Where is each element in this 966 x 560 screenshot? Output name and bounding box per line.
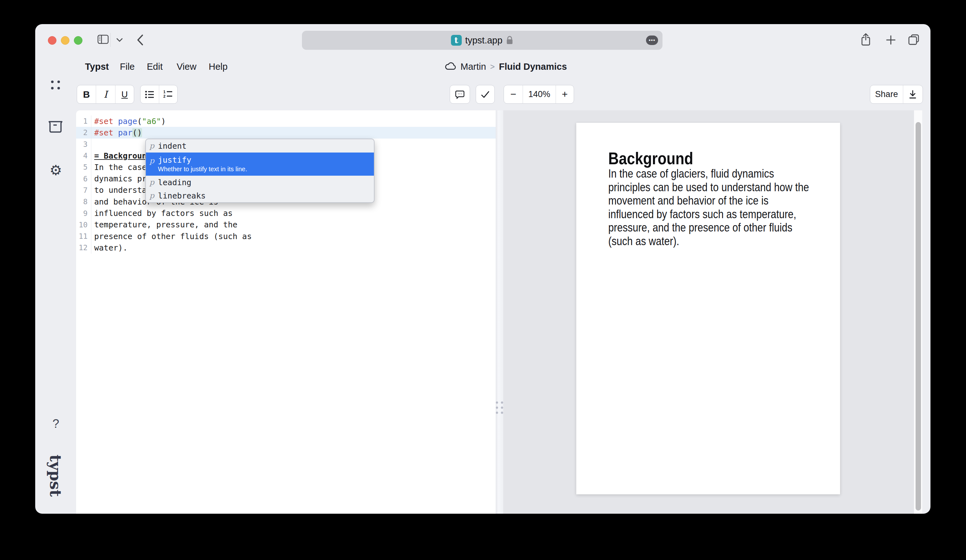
browser-window: t typst.app •••: [35, 24, 930, 514]
url-text: typst.app: [465, 35, 503, 46]
line-number: 4: [76, 150, 91, 161]
tab-overview-icon[interactable]: [908, 34, 920, 46]
zoom-out-button[interactable]: −: [504, 85, 522, 103]
autocomplete-item-linebreaks[interactable]: plinebreaks: [146, 189, 374, 202]
line-number: 6: [76, 173, 91, 184]
code-line-1[interactable]: 1#set page("a6"): [76, 115, 496, 127]
line-number: 11: [76, 230, 91, 242]
parameter-icon: p: [148, 141, 155, 150]
line-number: 8: [76, 196, 91, 207]
code-text: water).: [91, 243, 128, 253]
window-zoom-button[interactable]: [74, 36, 82, 45]
autocomplete-label: leading: [158, 178, 191, 187]
menu-typst[interactable]: Typst: [85, 54, 109, 79]
files-grid-icon[interactable]: [48, 77, 63, 93]
autocomplete-label: justify: [158, 155, 247, 164]
parameter-icon: p: [148, 178, 155, 187]
preview-pane: Background In the case of glaciers, flui…: [503, 110, 914, 514]
code-line-2[interactable]: 2#set par(): [76, 127, 496, 138]
menu-view[interactable]: View: [177, 54, 196, 79]
menu-file[interactable]: File: [120, 54, 135, 79]
text-style-group: B I U: [77, 85, 134, 104]
code-text: influenced by factors such as: [91, 209, 233, 218]
zoom-in-button[interactable]: +: [555, 85, 574, 103]
code-line-10[interactable]: 10temperature, pressure, and the: [76, 219, 496, 230]
check-icon: [480, 90, 490, 99]
preview-paragraph: In the case of glaciers, fluid dynamicsp…: [608, 167, 818, 248]
bullet-list-button[interactable]: [141, 85, 159, 103]
parameter-icon: p: [148, 155, 155, 165]
line-number: 5: [76, 161, 91, 173]
autocomplete-popup: pindentpjustifyWhether to justify text i…: [145, 139, 375, 203]
autocomplete-label: indent: [158, 141, 186, 151]
chevron-down-icon[interactable]: [116, 38, 123, 43]
numbered-list-button[interactable]: 1 2: [159, 85, 177, 103]
new-tab-icon[interactable]: [886, 34, 896, 45]
page-settings-button[interactable]: •••: [646, 36, 658, 45]
autocomplete-label: linebreaks: [158, 191, 206, 200]
browser-tabbar: t typst.app •••: [35, 24, 930, 54]
template-box-icon[interactable]: [48, 120, 63, 134]
underline-button[interactable]: U: [115, 85, 134, 103]
code-text: presence of other fluids (such as: [91, 232, 252, 241]
pane-divider[interactable]: [496, 110, 503, 514]
line-number: 1: [76, 115, 91, 127]
breadcrumb-separator: >: [490, 62, 495, 71]
lock-icon: [506, 35, 513, 45]
address-bar[interactable]: t typst.app •••: [302, 31, 662, 50]
line-number: 2: [76, 127, 91, 138]
browser-share-icon[interactable]: [861, 33, 871, 46]
back-button-icon[interactable]: [136, 34, 144, 46]
settings-gear-icon[interactable]: ⚙: [49, 163, 63, 177]
window-minimize-button[interactable]: [61, 36, 69, 45]
box-icon: [48, 120, 63, 134]
menu-help[interactable]: Help: [209, 54, 228, 79]
code-text: #set par(): [91, 128, 142, 137]
breadcrumb-workspace[interactable]: Martin: [460, 61, 486, 72]
code-text: temperature, pressure, and the: [91, 220, 238, 229]
sidebar-toggle-icon[interactable]: [97, 34, 109, 44]
svg-text:2: 2: [163, 94, 166, 99]
zoom-level-value[interactable]: 140%: [522, 85, 555, 103]
grid-dots-icon: [48, 77, 63, 93]
autocomplete-item-indent[interactable]: pindent: [146, 139, 374, 153]
site-favicon: t: [451, 35, 462, 46]
menu-edit[interactable]: Edit: [147, 54, 163, 79]
download-icon: [908, 90, 917, 99]
autocomplete-item-leading[interactable]: pleading: [146, 176, 374, 189]
help-icon[interactable]: ?: [50, 417, 62, 430]
drag-handle-icon[interactable]: [496, 401, 503, 414]
code-line-11[interactable]: 11presence of other fluids (such as: [76, 230, 496, 242]
numbered-list-icon: 1 2: [163, 90, 173, 99]
code-line-12[interactable]: 12water).: [76, 242, 496, 253]
autocheck-button[interactable]: [476, 85, 495, 103]
bold-button[interactable]: B: [77, 85, 96, 103]
preview-scrollbar-track[interactable]: [914, 110, 922, 514]
bullet-list-icon: [145, 90, 154, 99]
autocomplete-description: Whether to justify text in its line.: [158, 166, 247, 173]
comment-button-group: [450, 85, 470, 104]
italic-button[interactable]: I: [96, 85, 115, 103]
toolbar-separator: [110, 33, 111, 47]
preview-heading: Background: [608, 149, 818, 167]
parameter-icon: p: [148, 191, 155, 200]
preview-scrollbar-thumb[interactable]: [915, 122, 921, 511]
share-button[interactable]: Share: [870, 85, 903, 103]
comment-button[interactable]: [450, 85, 470, 103]
typst-logo: typst: [47, 455, 64, 497]
line-number: 3: [76, 139, 91, 150]
autocomplete-item-justify[interactable]: pjustifyWhether to justify text in its l…: [146, 153, 374, 176]
line-number: 12: [76, 242, 91, 253]
window-close-button[interactable]: [48, 36, 56, 45]
export-button[interactable]: [903, 85, 923, 103]
document-page: Background In the case of glaciers, flui…: [576, 123, 840, 494]
breadcrumb-document-title[interactable]: Fluid Dynamics: [499, 61, 567, 72]
share-group: Share: [870, 85, 923, 104]
code-line-9[interactable]: 9influenced by factors such as: [76, 207, 496, 219]
line-number: 7: [76, 184, 91, 196]
app-menubar: Typst File Edit View Help Martin > Fluid…: [35, 54, 930, 79]
cloud-icon: [444, 62, 457, 71]
check-button-group: [476, 85, 495, 104]
line-number: 10: [76, 219, 91, 230]
code-text: = Background: [91, 151, 151, 161]
